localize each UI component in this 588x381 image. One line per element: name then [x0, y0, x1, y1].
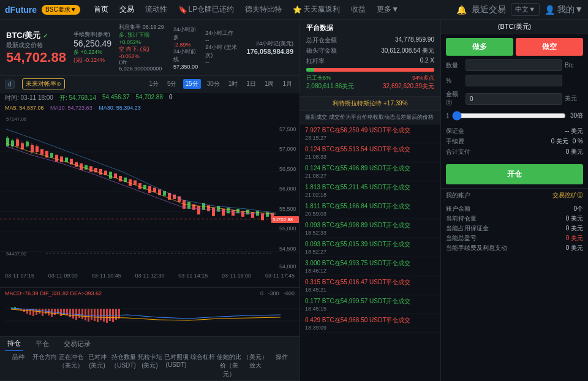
svg-text:55,000: 55,000 — [279, 225, 296, 232]
svg-rect-101 — [60, 309, 62, 316]
svg-rect-67 — [227, 208, 230, 213]
amount-input[interactable] — [466, 93, 562, 105]
nav-more[interactable]: 更多▼ — [372, 0, 404, 20]
nav-yield[interactable]: 收益 — [346, 0, 371, 20]
amount-unit: 美元 — [565, 94, 583, 103]
trades-list: 最新成交 成交价为平台价格收取动态点差最后的价格 7.927 BTC在56,25… — [300, 111, 440, 381]
leverage-slider[interactable] — [452, 111, 566, 121]
nav-home[interactable]: 首页 — [89, 0, 113, 20]
open-position-button[interactable]: 开仓 — [446, 164, 583, 184]
chart-timeline: 03-11 07:15 03-11 09:00 03-11 10:45 03-1… — [0, 271, 300, 280]
chart-info: 时间: 03-11 18:00 开: 54,768.14 54,456.37 5… — [0, 92, 300, 104]
bell-icon[interactable]: 🔔 — [456, 5, 467, 15]
unmatched-badge[interactable]: 未来对帐率⊙ — [22, 78, 65, 89]
svg-rect-97 — [48, 309, 50, 315]
qty-label: 数量 — [446, 61, 463, 70]
trade-0: 7.927 BTC在56,250.49 USDT平仓成交 23:15:27 — [300, 124, 440, 143]
th-symbol: 品种 — [5, 353, 31, 379]
nav-liquidity[interactable]: 流动性 — [140, 0, 172, 20]
nav-trade[interactable]: 交易 — [115, 0, 139, 20]
chart-low: 54,702.88 — [136, 94, 164, 102]
svg-rect-73 — [256, 211, 259, 216]
svg-text:55,500: 55,500 — [279, 206, 296, 212]
nav-lp[interactable]: 🔖 LP仓牌已还约 — [173, 0, 239, 20]
long-val-row: 2,080,611.86美元 32,692,620.39美元 — [306, 82, 434, 91]
svg-rect-33 — [60, 156, 63, 162]
top-nav: dFuture BSC要求▼ 首页 交易 流动性 🔖 LP仓牌已还约 德夫特比特… — [0, 0, 588, 20]
total-row: 合计支付 0 美元 — [446, 148, 583, 156]
svg-text:54,000: 54,000 — [279, 264, 296, 270]
chart-high: 54,456.37 — [102, 94, 130, 102]
mining-tab-btn[interactable]: 交易挖矿⓪ — [552, 191, 583, 200]
user-menu-btn[interactable]: 👤 我的▼ — [545, 4, 583, 15]
svg-rect-103 — [66, 309, 68, 315]
nav-daily[interactable]: ⭐ 天天赢返利 — [288, 0, 345, 20]
qty-unit: Btc — [565, 62, 583, 69]
total-stat: 总开仓金额 34,778,959.90 — [306, 36, 434, 45]
svg-rect-115 — [103, 309, 105, 322]
svg-text:57,000: 57,000 — [279, 146, 296, 152]
svg-rect-112 — [94, 309, 96, 321]
star-icon: ⭐ — [293, 6, 302, 14]
sell-button[interactable]: 做空 — [516, 38, 583, 56]
svg-rect-66 — [222, 209, 225, 216]
th-ref: 已对照项(USDT) — [163, 353, 189, 379]
ref-label: 手续费率(参考) — [74, 31, 111, 39]
time-1min[interactable]: 1分 — [146, 79, 161, 89]
price-label: 最新成交价格 — [6, 41, 66, 50]
qty-input[interactable] — [466, 59, 562, 71]
svg-rect-45 — [119, 176, 122, 181]
svg-rect-117 — [109, 309, 111, 321]
svg-rect-70 — [241, 211, 244, 217]
chart-open: 开: 54,768.14 — [59, 94, 96, 102]
svg-text:54437.92: 54437.92 — [6, 251, 26, 257]
qty-row: 数量 Btc — [446, 59, 583, 71]
lp-icon: 🔖 — [178, 6, 187, 14]
account-margin: 当能占用保证金 0 美元 — [446, 224, 583, 233]
time-1w[interactable]: 1周 — [262, 79, 277, 89]
t3: 03-11 10:45 — [92, 273, 121, 279]
svg-rect-68 — [232, 210, 235, 216]
tab-history[interactable]: 交易记录 — [61, 337, 93, 352]
svg-rect-65 — [217, 206, 220, 211]
fees-section: 保证金 -- 美元 手续费 0 美元 0 % 合计支付 0 美元 — [441, 124, 588, 160]
tab-closed[interactable]: 平仓 — [33, 337, 51, 352]
time-1d[interactable]: 1日 — [244, 79, 258, 89]
time-30min[interactable]: 30分 — [205, 79, 222, 89]
svg-rect-94 — [39, 309, 40, 314]
time-1h[interactable]: 1时 — [226, 79, 241, 89]
trade-5: 0.093 BTC在54,998.89 USDT开仓成交 18:52:33 — [300, 219, 440, 238]
nav-dft[interactable]: 德夫特比特 — [240, 0, 287, 20]
t4: 03-11 12:30 — [135, 273, 164, 279]
time-15min[interactable]: 15分 — [183, 79, 201, 89]
left-panel: BTC/美元 ✓ 最新成交价格 54,702.88 手续费率(参考) 56,25… — [0, 20, 300, 381]
amount-label: 金额⓪ — [446, 90, 463, 107]
t5: 03-11 14:15 — [178, 273, 208, 279]
svg-rect-57 — [178, 196, 181, 202]
bottom-table-header: 品种 开仓方向 正在冲仓（美元） 已对冲(美元) 持仓数量（USDT) 托粒卡坛… — [0, 351, 300, 381]
trade-8: 0.315 BTC在55,016.47 USDT平仓成交 18:45:21 — [300, 276, 440, 295]
pct-input[interactable] — [466, 75, 562, 86]
account-position: 当前持仓量 0 美元 — [446, 214, 583, 223]
time-5min[interactable]: 5分 — [165, 79, 179, 89]
th-price: 使她的比价（美元） — [216, 353, 242, 379]
middle-panel: 平台数据 总开仓金额 34,778,959.90 磁头守金额 30,612,00… — [300, 20, 441, 381]
order-form: 数量 Btc % 金额⓪ 美元 1 30倍 — [441, 59, 588, 124]
time-1mo[interactable]: 1月 — [280, 79, 295, 89]
bsc-badge[interactable]: BSC要求▼ — [42, 5, 80, 15]
brand-logo: dFuture — [5, 5, 37, 15]
svg-rect-111 — [91, 309, 92, 320]
tab-positions[interactable]: 持仓 — [5, 337, 23, 352]
account-title: 我的账户 — [446, 191, 470, 200]
bottom-tabs: 持仓 平仓 交易记录 — [0, 336, 300, 351]
buy-button[interactable]: 做多 — [446, 38, 513, 56]
d-badge[interactable]: d — [5, 80, 15, 89]
language-btn[interactable]: 中文▼ — [511, 3, 540, 16]
svg-rect-98 — [51, 309, 53, 317]
fee-row: 手续费 0 美元 0 % — [446, 137, 583, 146]
svg-rect-109 — [85, 309, 86, 320]
svg-rect-119 — [115, 309, 117, 320]
th-usdt: 托粒卡坛(美元) — [137, 353, 163, 379]
recent-trades-btn[interactable]: 最近交易 — [472, 4, 506, 15]
leverage-slider-row: 1 30倍 — [446, 111, 583, 121]
